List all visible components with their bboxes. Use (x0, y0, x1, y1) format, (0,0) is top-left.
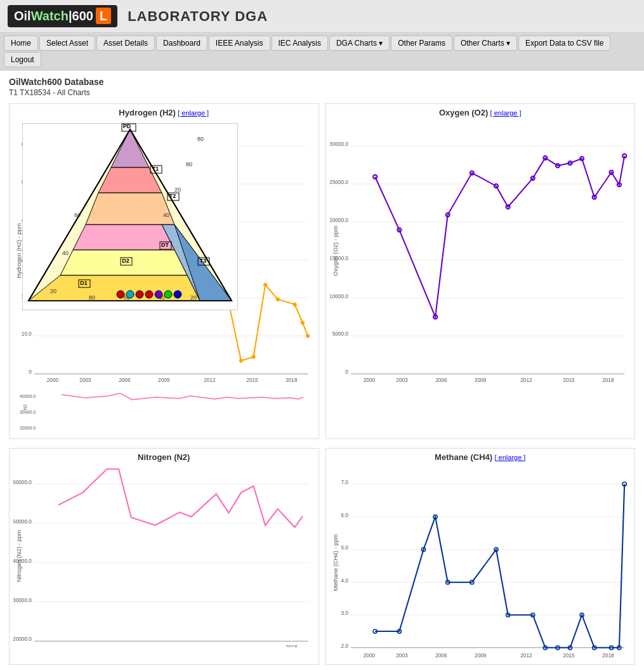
duval-triangle-overlay: PD T1 T2 D1 D2 DT (22, 123, 238, 312)
svg-text:2006: 2006 (435, 378, 447, 382)
svg-text:80: 80 (197, 136, 204, 142)
nav-export[interactable]: Export Data to CSV file (518, 36, 610, 51)
svg-text:D2: D2 (122, 258, 129, 264)
logo-l: L (96, 8, 111, 24)
nav-other-charts[interactable]: Other Charts (454, 36, 517, 51)
svg-point-79 (126, 291, 134, 298)
n2-chart-svg: Nitrogen (N2) - ppm 20000.0 30000.0 4000… (13, 464, 315, 648)
asset-title: T1 TX18534 - All Charts (9, 88, 635, 97)
svg-text:Nitrogen (N2) - ppm: Nitrogen (N2) - ppm (16, 530, 22, 582)
n2-chart-title: Nitrogen (N2) (138, 452, 190, 462)
svg-text:25000.0: 25000.0 (330, 180, 348, 185)
svg-text:20: 20 (190, 294, 197, 301)
svg-text:2018: 2018 (286, 378, 298, 382)
svg-text:2003: 2003 (79, 378, 91, 382)
svg-text:2015: 2015 (563, 378, 575, 382)
svg-text:60: 60 (74, 212, 81, 218)
o2-chart-title: Oxygen (O2) (439, 108, 488, 117)
svg-text:3.0: 3.0 (341, 610, 348, 616)
svg-text:5.0: 5.0 (341, 545, 348, 551)
svg-text:20000.0: 20000.0 (13, 636, 32, 642)
svg-text:20000.0: 20000.0 (20, 426, 36, 430)
svg-text:80: 80 (186, 161, 192, 168)
svg-point-80 (136, 291, 143, 298)
svg-point-39 (306, 334, 310, 338)
nav-bar: Home Select Asset Asset Details Dashboar… (0, 33, 644, 70)
svg-text:Oxygen (O2) - ppm: Oxygen (O2) - ppm (332, 225, 339, 276)
svg-text:2003: 2003 (396, 653, 408, 659)
ch4-chart-svg: Methane (CH4) - ppm 2.0 3.0 4.0 5.0 6.0 … (330, 464, 631, 660)
logo-oil: Oil (14, 9, 31, 23)
nav-asset-details[interactable]: Asset Details (96, 36, 155, 51)
svg-marker-44 (86, 193, 174, 225)
nav-dashboard[interactable]: Dashboard (156, 36, 207, 51)
n2-chart-mini: N2 20000.0 30000.0 40000.0 (13, 382, 315, 433)
svg-text:60000.0: 60000.0 (13, 480, 32, 485)
svg-text:30000.0: 30000.0 (13, 597, 32, 603)
db-title: OilWatch600 Database (9, 77, 635, 87)
app-title: LABORATORY DGA (128, 8, 268, 25)
svg-text:2.0: 2.0 (341, 643, 348, 648)
svg-text:T1: T1 (152, 166, 159, 172)
svg-text:80: 80 (89, 294, 95, 301)
nav-other-params[interactable]: Other Params (391, 36, 452, 51)
svg-text:Hydrogen (H2) - ppm: Hydrogen (H2) - ppm (16, 223, 22, 279)
svg-text:30000.0: 30000.0 (330, 141, 348, 147)
svg-text:40000.0: 40000.0 (13, 558, 32, 563)
ch4-enlarge-link[interactable]: [ enlarge ] (494, 454, 525, 461)
svg-text:40000.0: 40000.0 (20, 394, 36, 398)
svg-point-35 (263, 283, 267, 287)
svg-text:2018: 2018 (602, 378, 614, 382)
svg-text:10.0: 10.0 (22, 331, 32, 337)
charts-bottom-row: Nitrogen (N2) Nitrogen (N2) - ppm 20000.… (9, 448, 635, 665)
svg-point-33 (239, 358, 243, 362)
o2-enlarge-link[interactable]: [ enlarge ] (490, 109, 522, 117)
nav-logout[interactable]: Logout (4, 52, 41, 67)
svg-text:20: 20 (50, 288, 56, 294)
svg-text:D1: D1 (80, 280, 88, 286)
main-content: OilWatch600 Database T1 TX18534 - All Ch… (0, 70, 644, 670)
nav-ieee[interactable]: IEEE Analysis (209, 36, 270, 51)
svg-text:2018: 2018 (286, 644, 298, 647)
svg-text:T2: T2 (169, 193, 176, 199)
o2-chart-svg: Oxygen (O2) - ppm 0 5000.0 10000.0 15000… (330, 120, 631, 382)
svg-text:7.0: 7.0 (341, 480, 348, 485)
nav-dga-charts[interactable]: DGA Charts (329, 36, 390, 51)
duval-triangle-svg: PD T1 T2 D1 D2 DT (22, 123, 238, 310)
svg-text:15000.0: 15000.0 (330, 256, 348, 261)
svg-point-112 (373, 175, 377, 179)
svg-text:2006: 2006 (119, 378, 131, 382)
svg-text:2009: 2009 (158, 378, 170, 382)
svg-point-37 (292, 303, 296, 306)
h2-enlarge-link[interactable]: [ enlarge ] (178, 109, 209, 117)
svg-text:50000.0: 50000.0 (13, 518, 32, 524)
svg-point-83 (164, 291, 172, 298)
svg-point-38 (301, 321, 305, 325)
logo-watch: Watch (31, 9, 69, 23)
svg-text:2000: 2000 (363, 653, 375, 659)
h2-chart-container: Hydrogen (H2) [ enlarge ] Hydrogen (H2) … (9, 103, 319, 439)
svg-point-84 (174, 291, 181, 298)
svg-text:2009: 2009 (475, 653, 487, 659)
svg-text:2003: 2003 (396, 378, 408, 382)
svg-text:20: 20 (174, 187, 181, 193)
svg-text:2012: 2012 (520, 653, 532, 659)
nav-select-asset[interactable]: Select Asset (39, 36, 95, 51)
ch4-chart-container: Methane (CH4) [ enlarge ] Methane (CH4) … (325, 448, 636, 665)
nav-home[interactable]: Home (4, 36, 38, 51)
svg-text:4.0: 4.0 (341, 577, 348, 583)
svg-text:20000.0: 20000.0 (330, 218, 348, 223)
svg-text:2000: 2000 (47, 378, 59, 382)
nav-iec[interactable]: IEC Analysis (272, 36, 328, 51)
svg-text:T3: T3 (200, 258, 207, 264)
svg-text:2012: 2012 (520, 378, 532, 382)
svg-text:2009: 2009 (475, 378, 487, 382)
bottom-left-placeholder: Nitrogen (N2) Nitrogen (N2) - ppm 20000.… (9, 448, 319, 665)
svg-text:2000: 2000 (363, 378, 375, 382)
o2-chart-container: Oxygen (O2) [ enlarge ] Oxygen (O2) - pp… (325, 103, 636, 439)
h2-chart-title: Hydrogen (H2) (119, 108, 176, 117)
svg-point-34 (251, 355, 255, 358)
svg-text:0: 0 (29, 369, 32, 375)
svg-text:6.0: 6.0 (341, 512, 348, 518)
svg-marker-47 (73, 225, 174, 250)
